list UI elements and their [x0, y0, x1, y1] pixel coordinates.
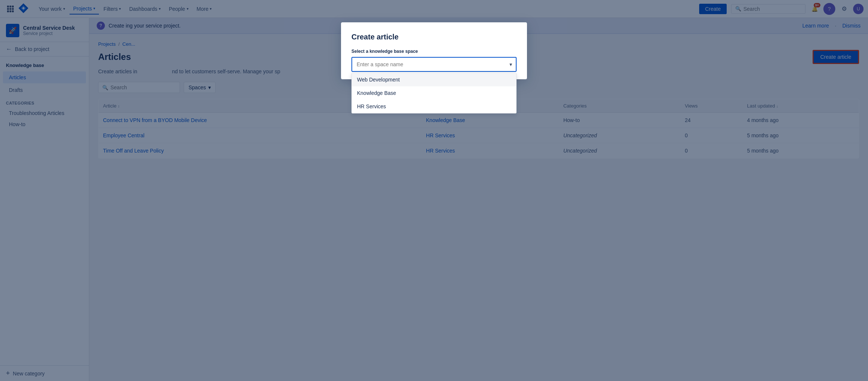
modal-select-wrapper: ▾ Web Development Knowledge Base HR Serv… [351, 57, 517, 72]
space-dropdown: Web Development Knowledge Base HR Servic… [351, 73, 517, 113]
dropdown-item-knowledge-base[interactable]: Knowledge Base [352, 86, 516, 100]
create-article-modal: Create article Select a knowledge base s… [341, 22, 527, 79]
space-name-input[interactable] [351, 57, 517, 72]
modal-select-label: Select a knowledge base space [351, 49, 517, 54]
dropdown-item-web-development[interactable]: Web Development [352, 73, 516, 86]
dropdown-item-hr-services[interactable]: HR Services [352, 100, 516, 113]
modal-title: Create article [351, 33, 517, 41]
modal-overlay[interactable]: Create article Select a knowledge base s… [0, 0, 868, 381]
